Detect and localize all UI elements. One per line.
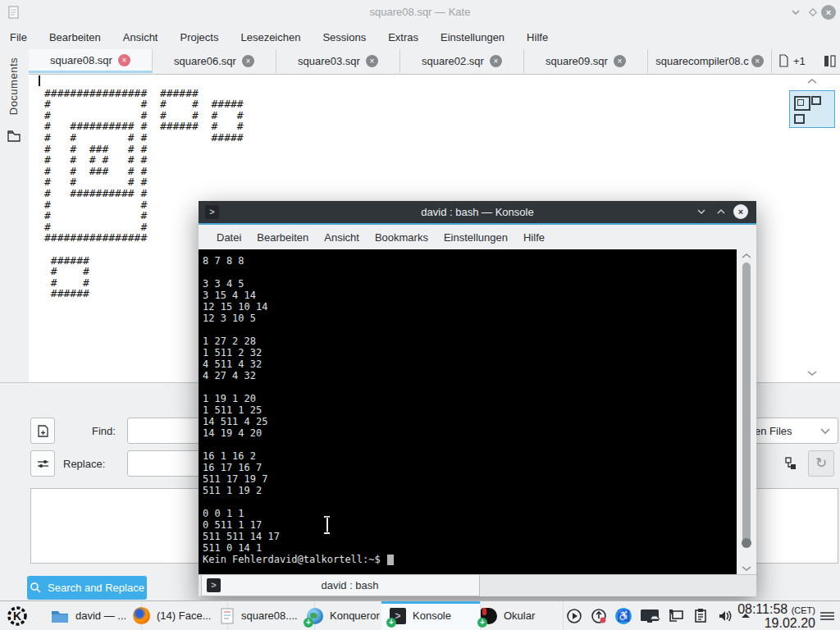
session-tab-label: david : bash: [221, 579, 479, 591]
konsole-maximize-button[interactable]: [714, 204, 728, 219]
clipboard-tray-icon[interactable]: [692, 608, 709, 624]
screen-sharing-tray-icon[interactable]: [640, 608, 661, 624]
diamond-icon: [810, 9, 816, 16]
tab-squarecompiler08[interactable]: squarecompiler08.c ×: [648, 49, 772, 73]
digital-clock[interactable]: 08:11:58 (CET) 19.02.20: [737, 603, 815, 630]
okular-icon: +: [481, 608, 497, 624]
sidebar-documents-tab[interactable]: Documents: [7, 57, 20, 115]
tab-square06[interactable]: square06.sqr ×: [153, 49, 276, 73]
chevron-down-icon: [819, 427, 831, 436]
firefox-icon: [133, 607, 150, 624]
search-options-button[interactable]: [30, 450, 55, 477]
refresh-search-button[interactable]: ↻: [808, 450, 834, 477]
play-icon: [573, 613, 578, 619]
terminal-icon: >: [207, 578, 221, 592]
scope-value: en Files: [755, 425, 792, 437]
menu-hilfe[interactable]: Hilfe: [527, 31, 548, 43]
scroll-up-icon[interactable]: [806, 77, 819, 85]
konsole-minimize-button[interactable]: [694, 204, 709, 219]
desktop: square08.sqr — Kate × File Bearbeiten An…: [0, 0, 840, 630]
tab-close-icon[interactable]: ×: [614, 55, 626, 67]
minimap-mark: [811, 96, 821, 105]
new-search-tab-button[interactable]: [30, 418, 55, 444]
kate-close-button[interactable]: ×: [821, 5, 836, 20]
minimap-view-indicator[interactable]: [789, 90, 835, 128]
new-window-badge: +: [304, 618, 313, 628]
tab-square03[interactable]: square03.sqr ×: [276, 49, 400, 73]
tab-close-icon[interactable]: ×: [242, 55, 254, 67]
tab-close-icon[interactable]: ×: [751, 55, 764, 67]
konsole-window: > david : bash — Konsole × Datei Bearbei…: [199, 201, 756, 596]
menu-ansicht[interactable]: Ansicht: [324, 231, 359, 244]
scroll-down-icon[interactable]: [806, 369, 819, 377]
find-label: Find:: [92, 425, 116, 437]
kate-maximize-button[interactable]: [806, 5, 820, 20]
accessibility-tray-icon[interactable]: ♿: [615, 608, 632, 624]
tab-close-icon[interactable]: ×: [366, 55, 378, 67]
terminal-output[interactable]: 8 7 8 8 3 3 4 5 3 15 4 14 12 15 10 14 12…: [199, 249, 737, 574]
tab-label: square08.sqr: [50, 54, 112, 66]
menu-projects[interactable]: Projects: [180, 31, 218, 43]
kate-minimize-button[interactable]: [788, 5, 803, 20]
refresh-icon: ↻: [815, 455, 827, 471]
search-and-replace-toolview-button[interactable]: Search and Replace: [27, 576, 147, 600]
konsole-close-button[interactable]: ×: [733, 204, 748, 219]
split-view-button[interactable]: [824, 55, 836, 71]
menu-ansicht[interactable]: Ansicht: [123, 31, 158, 43]
konsole-titlebar[interactable]: > david : bash — Konsole ×: [199, 201, 756, 223]
filesystem-browser-icon[interactable]: [7, 129, 21, 144]
tab-square02[interactable]: square02.sqr ×: [400, 49, 524, 73]
terminal-scrollbar[interactable]: [737, 249, 756, 574]
more-tabs-count: +1: [793, 55, 806, 67]
taskbar-item-okular[interactable]: + Okular: [472, 601, 564, 630]
media-player-tray-icon[interactable]: [566, 608, 582, 624]
menu-lesezeichen[interactable]: Lesezeichen: [240, 31, 300, 43]
taskbar: K david — ... (14) Face... square08....: [0, 600, 840, 630]
text-cursor: [39, 75, 40, 86]
tab-label: square09.sqr: [546, 55, 608, 67]
menu-bearbeiten[interactable]: Bearbeiten: [257, 231, 308, 244]
scrollbar-thumb[interactable]: [742, 262, 751, 545]
terminal-cursor: [387, 555, 394, 565]
svg-text:K: K: [13, 609, 21, 623]
tab-square09[interactable]: square09.sqr ×: [524, 49, 648, 73]
more-documents-button[interactable]: +1: [778, 54, 806, 67]
scroll-up-icon[interactable]: [741, 252, 752, 260]
folder-icon: [51, 609, 69, 623]
menu-einstellungen[interactable]: Einstellungen: [444, 231, 508, 244]
menu-extras[interactable]: Extras: [388, 31, 418, 43]
menu-hilfe[interactable]: Hilfe: [523, 231, 545, 244]
taskbar-item-konsole[interactable]: > + Konsole: [381, 601, 481, 630]
kate-app-icon: [7, 6, 21, 19]
new-window-badge: +: [477, 618, 487, 628]
kate-titlebar[interactable]: square08.sqr — Kate ×: [0, 0, 840, 25]
task-label: square08....: [241, 609, 298, 622]
tab-close-icon[interactable]: ×: [490, 55, 502, 67]
menu-bookmarks[interactable]: Bookmarks: [375, 231, 428, 244]
task-label: Okular: [504, 609, 535, 622]
network-tray-icon[interactable]: [668, 608, 684, 624]
updates-tray-icon[interactable]: [591, 608, 607, 624]
editor-scrollbar[interactable]: [788, 75, 838, 381]
scroll-down-icon[interactable]: [741, 564, 752, 573]
application-launcher-button[interactable]: K: [6, 605, 29, 628]
tab-close-icon[interactable]: ×: [118, 54, 130, 66]
tab-square08[interactable]: square08.sqr ×: [29, 49, 153, 73]
menu-einstellungen[interactable]: Einstellungen: [441, 31, 504, 43]
expand-results-tree-icon[interactable]: [783, 456, 798, 471]
chevron-down-icon: [698, 210, 705, 213]
kde-logo-icon: K: [6, 605, 29, 628]
menu-file[interactable]: File: [10, 31, 27, 43]
new-document-icon: [36, 424, 50, 438]
volume-tray-icon[interactable]: [717, 608, 733, 624]
clock-timezone: (CET): [792, 605, 815, 615]
chevron-up-icon: [718, 210, 724, 213]
konsole-window-title: david : bash — Konsole: [199, 206, 756, 218]
menu-bearbeiten[interactable]: Bearbeiten: [49, 31, 101, 43]
konsole-session-tab[interactable]: > david : bash: [201, 575, 480, 596]
task-label: Konsole: [413, 609, 451, 622]
menu-datei[interactable]: Datei: [217, 231, 241, 244]
kate-left-sidebar: Documents: [0, 51, 29, 215]
menu-sessions[interactable]: Sessions: [322, 31, 366, 43]
panel-menu-icon[interactable]: [820, 610, 834, 622]
